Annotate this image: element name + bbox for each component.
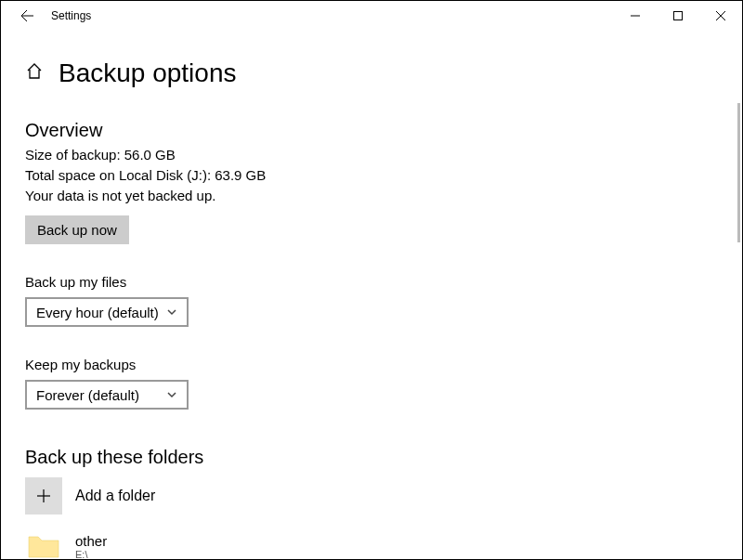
maximize-icon — [673, 11, 683, 20]
scrollbar[interactable] — [737, 103, 740, 242]
folder-path: E:\ — [75, 549, 107, 560]
minimize-icon — [631, 11, 640, 20]
retention-dropdown[interactable]: Forever (default) — [25, 380, 189, 410]
add-folder-label: Add a folder — [75, 488, 155, 504]
arrow-left-icon — [20, 8, 34, 23]
window-controls — [614, 1, 742, 31]
titlebar: Settings — [1, 1, 742, 31]
retention-label: Keep my backups — [25, 357, 718, 372]
folder-item[interactable]: other E:\ — [25, 527, 718, 559]
overview-heading: Overview — [25, 120, 718, 141]
folders-heading: Back up these folders — [25, 447, 718, 468]
content-area: Backup options Overview Size of backup: … — [1, 31, 742, 559]
frequency-value: Every hour (default) — [36, 305, 159, 320]
total-space-text: Total space on Local Disk (J:): 63.9 GB — [25, 167, 718, 183]
svg-rect-1 — [674, 12, 683, 20]
app-title: Settings — [51, 9, 91, 22]
page-header: Backup options — [25, 59, 718, 88]
add-folder-row[interactable]: Add a folder — [25, 477, 718, 514]
folder-text: other E:\ — [75, 533, 107, 560]
page-title: Backup options — [59, 59, 236, 88]
minimize-button[interactable] — [614, 1, 657, 31]
close-icon — [716, 11, 725, 20]
home-icon[interactable] — [25, 62, 44, 85]
add-folder-button[interactable] — [25, 477, 62, 514]
close-button[interactable] — [699, 1, 742, 31]
backup-status-text: Your data is not yet backed up. — [25, 188, 718, 203]
folder-icon — [25, 527, 62, 559]
plus-icon — [35, 488, 52, 504]
retention-value: Forever (default) — [36, 387, 139, 403]
back-button[interactable] — [8, 1, 46, 31]
frequency-label: Back up my files — [25, 274, 718, 290]
chevron-down-icon — [166, 306, 177, 318]
chevron-down-icon — [166, 389, 177, 400]
folder-name: other — [75, 533, 107, 549]
backup-now-button[interactable]: Back up now — [25, 215, 129, 244]
frequency-dropdown[interactable]: Every hour (default) — [25, 297, 189, 327]
maximize-button[interactable] — [657, 1, 699, 31]
backup-size-text: Size of backup: 56.0 GB — [25, 147, 718, 163]
